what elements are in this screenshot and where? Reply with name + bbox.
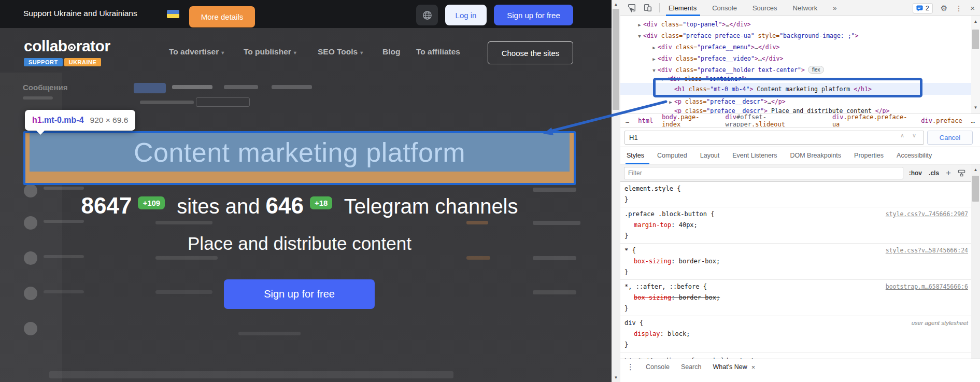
code: "preface preface-ua" (683, 32, 754, 39)
find-previous-icon[interactable]: ∧ (900, 132, 904, 139)
collapsed-arrow-icon[interactable]: ▶ (650, 53, 658, 65)
format-painter-icon[interactable] (958, 169, 965, 177)
tab-network[interactable]: Network (793, 4, 818, 12)
breadcrumb-item-preface-2[interactable]: div.preface (921, 117, 962, 124)
code: style= (755, 32, 779, 39)
scrollbar-thumb[interactable] (972, 30, 979, 49)
code: <div (658, 44, 672, 51)
language-globe-button[interactable] (416, 5, 438, 25)
toggle-class[interactable]: .cls (929, 169, 939, 177)
inspect-element-icon[interactable] (627, 3, 636, 12)
find-input[interactable] (624, 131, 924, 145)
console-messages-badge[interactable]: 2 (913, 3, 933, 13)
scrollbar-thumb[interactable] (613, 9, 619, 110)
ghost-bar (155, 221, 212, 224)
scroll-down-button[interactable]: ▼ (971, 103, 980, 112)
stylesheet-source-link[interactable]: style.css?v…745666:2907 (886, 209, 968, 220)
css-declaration[interactable]: margin-top: 40px; (620, 220, 971, 231)
breadcrumb-overflow-right[interactable]: … (971, 117, 975, 124)
devtools-tabs: Elements Console Sources Network » (669, 4, 837, 12)
sign-up-cta-button[interactable]: Sign up for free (224, 279, 375, 309)
drawer-menu-icon[interactable]: ⋮ (627, 362, 634, 372)
tree-row-preface[interactable]: ▼<div class="preface preface-ua" style="… (620, 30, 971, 41)
scrollbar-thumb[interactable] (972, 176, 979, 202)
drawer-tab-whats-new[interactable]: What's New (713, 363, 747, 371)
scroll-down-button[interactable]: ▼ (612, 373, 620, 382)
flex-badge[interactable]: flex (808, 66, 825, 74)
nav-item-seo-tools[interactable]: SEO Tools▾ (318, 47, 363, 56)
stylesheet-source-link[interactable]: style.css?v…58745666:24 (886, 245, 968, 256)
tab-styles[interactable]: Styles (627, 152, 644, 159)
tab-dom-breakpoints[interactable]: DOM Breakpoints (790, 152, 841, 159)
ghost-bar (466, 221, 488, 224)
collaborator-logo[interactable]: collabrator (24, 37, 110, 55)
code: … (768, 98, 771, 105)
device-toolbar-icon[interactable] (643, 3, 652, 12)
code: "preface__descr" (706, 107, 764, 114)
tree-row-preface-video[interactable]: ▶<div class="preface__video">…</div> (620, 53, 971, 64)
tab-layout[interactable]: Layout (700, 152, 720, 159)
hero-section: Сообщения collabrator SUPPORT UKRAINE (0, 28, 612, 382)
more-tabs-chevron[interactable]: » (833, 4, 836, 12)
code: > (801, 66, 805, 74)
breadcrumb-item-offset-wrapper[interactable]: div#offset-wrapper.slideout (725, 114, 823, 128)
tab-properties[interactable]: Properties (854, 152, 884, 159)
code: </p> (771, 98, 786, 105)
tree-row-top-panel[interactable]: ▶<div class="top-panel">…</div> (620, 19, 971, 30)
filter-input[interactable] (624, 167, 903, 179)
css-rule-universal[interactable]: * { style.css?v…58745666:24 box-sizing: … (620, 244, 971, 280)
new-style-rule-icon[interactable]: + (946, 168, 951, 178)
nav-item-to-affiliates[interactable]: To affiliates (416, 47, 460, 56)
css-rule-block-button[interactable]: .preface .block-button { style.css?v…745… (620, 207, 971, 244)
code: Place and distribute content (768, 107, 875, 114)
choose-the-sites-button[interactable]: Choose the sites (488, 41, 573, 64)
overflow-menu-icon[interactable]: ⋮ (955, 4, 962, 12)
css-declaration[interactable]: box-sizing: border-box; (620, 256, 971, 267)
more-details-button[interactable]: More details (189, 6, 255, 27)
tab-accessibility[interactable]: Accessibility (897, 152, 932, 159)
toggle-hover-state[interactable]: :hov (909, 169, 922, 177)
scroll-up-button[interactable]: ▲ (971, 17, 980, 26)
inspected-h1-overlay[interactable]: Content marketing platform (23, 131, 576, 185)
log-in-button[interactable]: Log in (445, 5, 487, 25)
css-declaration[interactable]: display: block; (620, 329, 971, 339)
close-devtools-icon[interactable]: × (970, 4, 975, 12)
tab-elements[interactable]: Elements (669, 4, 697, 12)
tree-row-p-descr-expanded[interactable]: <p class="preface__descr"> Place and dis… (620, 105, 971, 114)
breadcrumb-item-preface[interactable]: div.preface.preface-ua (832, 114, 912, 128)
breadcrumb-item-body[interactable]: body.page-index (662, 114, 716, 128)
tab-computed[interactable]: Computed (657, 152, 687, 159)
tree-row-preface-menu[interactable]: ▶<div class="preface__menu">…</div> (620, 41, 971, 53)
close-drawer-tab-icon[interactable]: × (751, 363, 756, 371)
cancel-button[interactable]: Cancel (927, 131, 973, 145)
chevron-down-icon: ▾ (221, 50, 224, 55)
elements-scrollbar[interactable]: ▲ ▼ (971, 16, 980, 114)
stylesheet-source-link[interactable]: bootstrap.m…658745666:6 (886, 281, 968, 292)
collapsed-arrow-icon[interactable]: ▶ (650, 42, 658, 53)
nav-item-to-advertiser[interactable]: To advertiser▾ (169, 47, 224, 56)
css-rule-bootstrap-universal[interactable]: *, ::after, ::before { bootstrap.m…65874… (620, 280, 971, 316)
page-scrollbar[interactable]: ▲ ▼ (612, 0, 620, 382)
css-declaration-overridden[interactable]: box-sizing: border-box; (620, 292, 971, 303)
sign-up-top-button[interactable]: Sign up for free (494, 5, 573, 25)
collapsed-arrow-icon[interactable]: ▶ (636, 19, 643, 31)
breadcrumb-overflow[interactable]: … (626, 117, 629, 124)
tab-event-listeners[interactable]: Event Listeners (732, 152, 777, 159)
scroll-up-button[interactable]: ▲ (612, 0, 620, 9)
nav-item-blog[interactable]: Blog (382, 47, 400, 56)
scroll-up-button[interactable]: ▲ (971, 165, 980, 174)
drawer-tab-search[interactable]: Search (681, 363, 702, 371)
drawer-tab-console[interactable]: Console (646, 363, 670, 371)
ghost-bar (23, 96, 53, 100)
find-next-icon[interactable]: ∨ (912, 132, 916, 139)
settings-gear-icon[interactable]: ⚙ (941, 4, 947, 13)
breadcrumb-item-html[interactable]: html (638, 117, 653, 124)
css-rule-div-ua[interactable]: div { user agent stylesheet display: blo… (620, 316, 971, 352)
nav-item-to-publisher[interactable]: To publisher▾ (244, 47, 296, 56)
expanded-arrow-icon[interactable]: ▼ (636, 31, 643, 42)
tab-sources[interactable]: Sources (752, 4, 777, 12)
tab-console[interactable]: Console (712, 4, 737, 12)
css-rule-element-style[interactable]: element.style { } (620, 182, 971, 207)
styles-scrollbar[interactable]: ▲ (971, 164, 980, 359)
code: > (755, 55, 758, 62)
